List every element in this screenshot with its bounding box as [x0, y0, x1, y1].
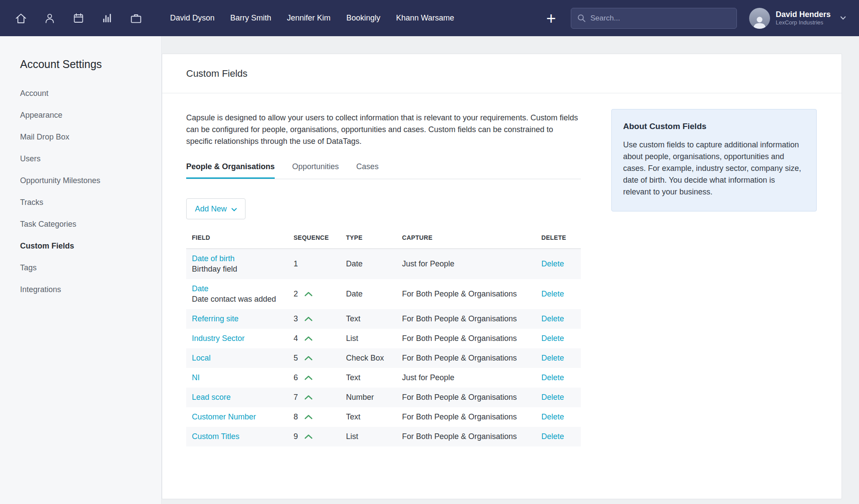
delete-link[interactable]: Delete [541, 393, 564, 402]
field-description: Birthday field [192, 265, 293, 274]
sequence-cell: 1 [293, 259, 346, 269]
delete-link[interactable]: Delete [541, 289, 564, 298]
sidebar-title: Account Settings [20, 58, 153, 71]
chart-icon[interactable] [99, 10, 115, 26]
table-row: Industry Sector4ListFor Both People & Or… [186, 329, 581, 348]
delete-link[interactable]: Delete [541, 412, 564, 421]
field-cell: NI [186, 373, 293, 382]
field-description: Date contact was added [192, 295, 293, 304]
search-input[interactable] [590, 14, 730, 23]
field-link[interactable]: Custom Titles [192, 432, 239, 441]
field-cell: Local [186, 354, 293, 363]
page-content: Account Settings AccountAppearanceMail D… [0, 36, 859, 504]
people-icon[interactable] [42, 10, 58, 26]
sequence-cell: 6 [293, 373, 346, 382]
table-header-row: FIELDSEQUENCETYPECAPTUREDELETE [186, 234, 581, 249]
tab-cases[interactable]: Cases [356, 162, 378, 179]
user-menu[interactable]: David Henders LexCorp Industries [749, 8, 846, 29]
column-header: CAPTURE [402, 234, 541, 241]
delete-link[interactable]: Delete [541, 334, 564, 343]
card-header: Custom Fields [162, 54, 842, 93]
delete-cell: Delete [541, 373, 581, 382]
sidebar-item-appearance[interactable]: Appearance [20, 111, 153, 119]
navbar-link-khann-warsame[interactable]: Khann Warsame [396, 14, 454, 23]
sequence-number: 9 [293, 432, 298, 441]
top-navbar: David DysonBarry SmithJennifer KimBookin… [0, 0, 859, 36]
add-button[interactable]: + [546, 10, 556, 27]
sidebar-item-tags[interactable]: Tags [20, 263, 153, 272]
sidebar-item-task-categories[interactable]: Task Categories [20, 220, 153, 228]
sequence-number: 8 [293, 412, 298, 422]
navbar-link-jennifer-kim[interactable]: Jennifer Kim [287, 14, 331, 23]
capture-cell: For Both People & Organisations [402, 432, 541, 441]
card-title: Custom Fields [186, 68, 248, 79]
tab-people-organisations[interactable]: People & Organisations [186, 162, 275, 179]
field-link[interactable]: Referring site [192, 314, 239, 324]
calendar-icon[interactable] [71, 10, 86, 26]
navbar-link-david-dyson[interactable]: David Dyson [170, 14, 215, 23]
move-up-icon[interactable] [304, 375, 313, 380]
capture-cell: For Both People & Organisations [402, 334, 541, 343]
about-title: About Custom Fields [623, 122, 805, 131]
avatar [749, 8, 770, 29]
tabs: People & OrganisationsOpportunitiesCases [186, 162, 581, 179]
briefcase-icon[interactable] [128, 10, 144, 26]
navbar-links: David DysonBarry SmithJennifer KimBookin… [170, 14, 454, 23]
navbar-link-barry-smith[interactable]: Barry Smith [230, 14, 271, 23]
navbar-link-bookingly[interactable]: Bookingly [346, 14, 380, 23]
field-link[interactable]: Date [192, 284, 208, 293]
type-cell: Text [346, 373, 402, 382]
field-link[interactable]: Lead score [192, 393, 231, 402]
delete-cell: Delete [541, 412, 581, 422]
chevron-down-icon[interactable] [840, 16, 846, 20]
capture-cell: Just for People [402, 259, 541, 269]
field-link[interactable]: Customer Number [192, 412, 256, 422]
field-cell: Industry Sector [186, 334, 293, 343]
column-header: SEQUENCE [293, 234, 346, 241]
sequence-number: 5 [293, 354, 298, 363]
delete-link[interactable]: Delete [541, 373, 564, 382]
about-panel: About Custom Fields Use custom fields to… [611, 109, 817, 211]
move-up-icon[interactable] [304, 434, 313, 439]
move-up-icon[interactable] [304, 356, 313, 361]
sidebar-item-users[interactable]: Users [20, 154, 153, 163]
sidebar-item-tracks[interactable]: Tracks [20, 198, 153, 207]
user-text: David Henders LexCorp Industries [776, 10, 831, 26]
move-up-icon[interactable] [304, 395, 313, 400]
delete-link[interactable]: Delete [541, 432, 564, 441]
user-company: LexCorp Industries [776, 19, 831, 26]
sidebar-item-account[interactable]: Account [20, 89, 153, 98]
sidebar-item-integrations[interactable]: Integrations [20, 285, 153, 294]
type-cell: Number [346, 393, 402, 402]
field-link[interactable]: Date of birth [192, 254, 235, 263]
navbar-icons [13, 10, 144, 26]
add-new-button[interactable]: Add New [186, 198, 245, 219]
move-up-icon[interactable] [304, 415, 313, 419]
table-row: Referring site3TextFor Both People & Org… [186, 309, 581, 329]
delete-cell: Delete [541, 259, 581, 269]
move-up-icon[interactable] [304, 292, 313, 296]
sidebar-item-custom-fields[interactable]: Custom Fields [20, 242, 153, 250]
field-link[interactable]: Local [192, 354, 211, 363]
field-link[interactable]: Industry Sector [192, 334, 245, 343]
home-icon[interactable] [13, 10, 29, 26]
search-box[interactable] [571, 8, 737, 29]
move-up-icon[interactable] [304, 336, 313, 341]
delete-link[interactable]: Delete [541, 259, 564, 268]
type-cell: Text [346, 314, 402, 324]
tab-opportunities[interactable]: Opportunities [292, 162, 339, 179]
sidebar-item-mail-drop-box[interactable]: Mail Drop Box [20, 133, 153, 141]
sidebar-item-opportunity-milestones[interactable]: Opportunity Milestones [20, 176, 153, 185]
delete-cell: Delete [541, 393, 581, 402]
delete-link[interactable]: Delete [541, 314, 564, 323]
move-up-icon[interactable] [304, 317, 313, 321]
table-row: Local5Check BoxFor Both People & Organis… [186, 348, 581, 368]
about-body: Use custom fields to capture additional … [623, 139, 805, 198]
field-cell: DateDate contact was added [186, 284, 293, 304]
sequence-cell: 4 [293, 334, 346, 343]
field-link[interactable]: NI [192, 373, 200, 382]
sequence-cell: 7 [293, 393, 346, 402]
sequence-number: 6 [293, 373, 298, 382]
capture-cell: For Both People & Organisations [402, 289, 541, 299]
delete-link[interactable]: Delete [541, 354, 564, 362]
